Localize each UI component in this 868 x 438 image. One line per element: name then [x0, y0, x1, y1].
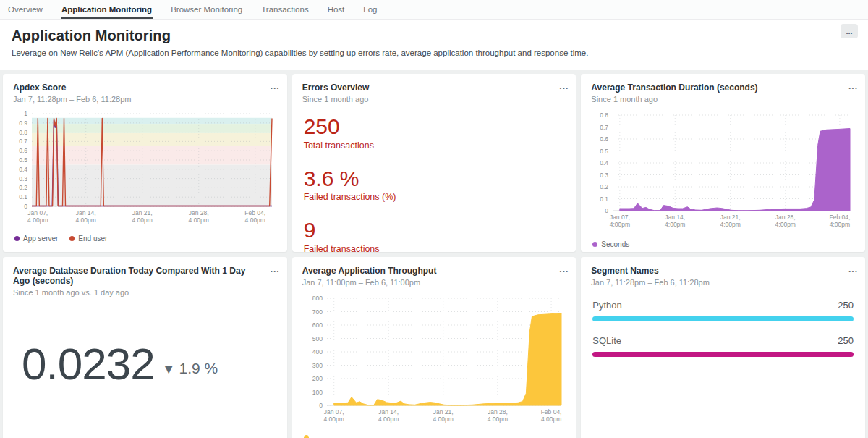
svg-text:0.1: 0.1: [19, 193, 27, 201]
page-more-options-icon[interactable]: ...: [841, 24, 858, 38]
card-errors-overview: Errors Overview Since 1 month ago ... 25…: [292, 74, 576, 252]
svg-text:Feb 04,: Feb 04,: [540, 408, 561, 416]
card-subtitle: Since 1 month ago vs. 1 day ago: [13, 288, 277, 297]
svg-text:800: 800: [312, 295, 322, 302]
metric-failed-transactions: 9 Failed transactions: [304, 219, 566, 252]
tab-overview[interactable]: Overview: [7, 0, 43, 19]
svg-text:4:00pm: 4:00pm: [132, 216, 153, 224]
svg-text:Feb 04,: Feb 04,: [830, 214, 851, 221]
svg-text:4:00pm: 4:00pm: [27, 216, 48, 224]
more-options-icon[interactable]: ...: [559, 81, 569, 91]
card-title: Segment Names: [591, 266, 855, 276]
tab-transactions[interactable]: Transactions: [260, 0, 309, 19]
svg-text:Jan 14,: Jan 14,: [76, 209, 96, 216]
down-triangle-icon: ▼: [162, 361, 176, 377]
svg-text:4:00pm: 4:00pm: [378, 416, 399, 423]
page-header: Application Monitoring Leverage on New R…: [0, 20, 868, 70]
svg-text:600: 600: [312, 321, 322, 329]
metric-label: Failed transactions: [304, 244, 566, 253]
throughput-chart[interactable]: 8007006005004003002001000Jan 07,4:00pmJa…: [302, 292, 566, 430]
card-apdex-score: Apdex Score Jan 7, 11:28pm – Feb 6, 11:2…: [3, 74, 287, 252]
legend-label: End user: [78, 235, 107, 243]
svg-text:4:00pm: 4:00pm: [775, 221, 796, 228]
svg-text:0.9: 0.9: [19, 119, 27, 127]
card-avg-database-duration: Average Database Duration Today Compared…: [3, 257, 287, 438]
svg-text:Feb 04,: Feb 04,: [244, 209, 265, 216]
legend-item[interactable]: [304, 435, 312, 438]
svg-text:0.7: 0.7: [19, 138, 27, 145]
more-options-icon[interactable]: ...: [559, 264, 569, 274]
svg-text:Jan 14,: Jan 14,: [665, 214, 686, 221]
metric-failed-transactions-pct: 3.6 % Failed transactions (%): [304, 167, 566, 203]
card-title: Errors Overview: [302, 83, 566, 93]
tab-bar: Overview Application Monitoring Browser …: [0, 0, 868, 20]
svg-text:0.6: 0.6: [19, 147, 27, 154]
more-options-icon[interactable]: ...: [848, 81, 858, 91]
card-subtitle: Jan 7, 11:00pm – Feb 6, 11:00pm: [302, 278, 566, 287]
legend-item[interactable]: App server: [14, 235, 58, 243]
card-title: Apdex Score: [13, 83, 277, 93]
more-options-icon[interactable]: ...: [848, 264, 858, 274]
svg-text:4:00pm: 4:00pm: [665, 221, 685, 228]
duration-legend: Seconds: [591, 240, 855, 248]
svg-text:Jan 28,: Jan 28,: [775, 214, 796, 221]
legend-item[interactable]: Seconds: [592, 240, 629, 248]
svg-text:4:00pm: 4:00pm: [323, 416, 344, 423]
svg-text:300: 300: [312, 362, 322, 369]
svg-text:Jan 07,: Jan 07,: [323, 408, 344, 416]
transaction-duration-chart[interactable]: 0.80.70.60.50.40.30.20.10Jan 07,4:00pmJa…: [591, 109, 855, 235]
svg-text:Jan 28,: Jan 28,: [189, 209, 209, 216]
legend-item[interactable]: End user: [69, 235, 107, 243]
svg-text:100: 100: [312, 389, 322, 396]
svg-text:1: 1: [24, 110, 27, 117]
segment-bar[interactable]: [592, 316, 854, 321]
segment-row-sqlite: SQLite 250: [592, 335, 854, 357]
card-title: Average Application Throughput: [302, 266, 566, 276]
metric-total-transactions: 250 Total transactions: [304, 115, 566, 151]
svg-text:0.8: 0.8: [19, 129, 27, 136]
segment-name: Python: [592, 300, 621, 311]
legend-dot-icon: [592, 242, 597, 247]
svg-text:0.7: 0.7: [600, 124, 609, 131]
card-subtitle: Jan 7, 11:28pm – Feb 6, 11:28pm: [591, 278, 855, 287]
metric-label: Total transactions: [304, 140, 566, 151]
segment-name: SQLite: [592, 335, 621, 346]
svg-text:4:00pm: 4:00pm: [76, 216, 96, 224]
svg-text:4:00pm: 4:00pm: [541, 416, 561, 423]
svg-text:0.3: 0.3: [19, 175, 27, 182]
card-avg-transaction-duration: Average Transaction Duration (seconds) S…: [581, 74, 865, 252]
svg-text:Jan 21,: Jan 21,: [433, 408, 453, 416]
svg-text:4:00pm: 4:00pm: [433, 416, 453, 423]
svg-text:0.2: 0.2: [600, 183, 609, 190]
tab-browser-monitoring[interactable]: Browser Monitoring: [170, 0, 243, 19]
metric-label: Failed transactions (%): [304, 192, 566, 202]
more-options-icon[interactable]: ...: [271, 81, 280, 91]
more-options-icon[interactable]: ...: [271, 264, 280, 274]
metric-value: 3.6 %: [304, 167, 566, 190]
svg-text:Jan 07,: Jan 07,: [610, 214, 630, 221]
card-segment-names: Segment Names Jan 7, 11:28pm – Feb 6, 11…: [581, 257, 865, 438]
dashboard-grid: Apdex Score Jan 7, 11:28pm – Feb 6, 11:2…: [0, 70, 868, 438]
svg-text:0.6: 0.6: [600, 135, 609, 143]
segment-value: 250: [838, 335, 854, 346]
segment-value: 250: [838, 300, 854, 311]
throughput-legend: [302, 435, 566, 438]
svg-text:0.2: 0.2: [19, 184, 27, 191]
svg-text:4:00pm: 4:00pm: [830, 221, 850, 228]
apdex-chart[interactable]: 10.90.80.70.60.50.40.30.20.10Jan 07,4:00…: [13, 109, 277, 229]
svg-text:0.8: 0.8: [600, 111, 609, 119]
card-subtitle: Since 1 month ago: [302, 95, 566, 104]
segment-bar[interactable]: [592, 352, 854, 357]
tab-log[interactable]: Log: [362, 0, 378, 19]
tab-host[interactable]: Host: [327, 0, 346, 19]
legend-dot-icon: [69, 236, 75, 241]
svg-text:700: 700: [312, 308, 322, 316]
svg-text:4:00pm: 4:00pm: [245, 216, 265, 224]
metric-value: 250: [304, 115, 566, 138]
tab-application-monitoring[interactable]: Application Monitoring: [61, 0, 153, 19]
metric-value: 9: [304, 219, 566, 242]
segment-list: Python 250 SQLite 250: [591, 300, 855, 357]
svg-text:0.5: 0.5: [600, 148, 609, 155]
svg-text:4:00pm: 4:00pm: [189, 216, 209, 224]
big-number-row: 0.0232 ▼ 1.9 %: [13, 342, 277, 387]
